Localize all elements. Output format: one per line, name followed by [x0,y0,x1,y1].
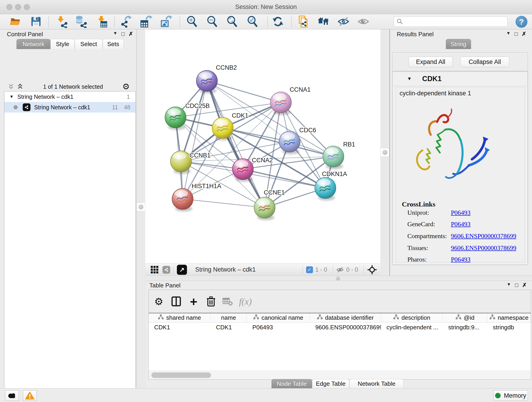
node-CDKN1A[interactable]: CDKN1A [315,171,347,201]
splitter-handle[interactable] [336,276,340,281]
genecard-link[interactable]: P06493 [451,220,471,228]
scrollbar-thumb[interactable] [152,372,211,378]
zoom-in-icon[interactable] [184,15,200,28]
node-CDC25B[interactable]: CDC25B [165,102,210,130]
node-CCNB1[interactable]: CCNB1 [171,151,210,174]
network-canvas[interactable]: CCNB2CCNA1CDC25BCDK1CDC6RB1CCNB1CCNA2CDK… [145,29,380,264]
first-neighbors-icon[interactable] [316,15,331,28]
cell-namespace[interactable]: stringdb [487,322,531,332]
tab-select[interactable]: Select [75,39,103,49]
import-network-database-icon[interactable] [74,15,89,28]
add-column-plus-icon[interactable]: + [186,294,201,309]
show-columns-icon[interactable] [169,294,184,309]
tab-node-table[interactable]: Node Table [272,379,312,388]
open-session-icon[interactable] [8,15,23,28]
string-network-graph[interactable]: CCNB2CCNA1CDC25BCDK1CDC6RB1CCNB1CCNA2CDK… [145,29,380,264]
panel-close-icon[interactable]: ✗ [520,31,528,37]
tab-network[interactable]: Network [17,39,51,49]
help-button[interactable]: ? [515,16,527,28]
horizontal-splitter[interactable] [145,275,532,281]
selected-checkbox-icon[interactable]: ✓ [306,266,313,273]
tissues-link[interactable]: 9606.ENSP00000378699 [451,244,516,252]
node-CCNA1[interactable]: CCNA1 [270,86,311,115]
export-table-icon[interactable] [138,15,153,28]
panel-collapse-icon[interactable]: ▼ [505,282,513,288]
compartments-link[interactable]: 9606.ENSP00000378699 [451,232,516,240]
table-row[interactable]: CDK1CDK1P064939606.ENSP00000378699cyclin… [149,322,531,332]
tab-edge-table[interactable]: Edge Table [312,379,349,388]
column-header-shared-name[interactable]: shared name [149,313,210,322]
node-CDK1[interactable]: CDK1 [212,112,248,140]
panel-close-icon[interactable]: ✗ [127,31,135,37]
panel-maximize-icon[interactable]: □ [119,31,127,37]
column-header-database-identifier[interactable]: database identifier [310,313,381,322]
search-input[interactable] [405,18,505,25]
view-grid-icon[interactable] [151,266,158,274]
detach-view-icon[interactable]: ↗ [177,265,187,275]
warnings-status-button[interactable] [23,390,37,401]
vertical-splitter-right[interactable] [380,29,389,275]
cloud-status-button[interactable] [5,390,19,401]
column-header-name[interactable]: name [210,313,247,322]
node-CCNB2[interactable]: CCNB2 [196,64,237,94]
node-HIST1H1A[interactable]: HIST1H1A [172,183,221,211]
node-CCNA2[interactable]: CCNA2 [232,157,273,182]
tab-style[interactable]: Style [51,39,75,49]
refresh-view-icon[interactable] [270,15,285,28]
uniprot-link[interactable]: P06493 [451,209,471,216]
horizontal-scrollbar[interactable] [149,370,531,379]
tab-network-table[interactable]: Network Table [349,379,404,388]
protein-card-header[interactable]: ▼ CDK1 [393,72,528,86]
cell-description[interactable]: cyclin-dependent ... [381,322,443,332]
edge-CCNB2-CCNA1[interactable] [207,81,281,102]
collapse-all-chevron-icon[interactable] [17,83,24,90]
birdseye-navigator-icon[interactable] [367,265,377,275]
protein-collapse-caret-icon[interactable]: ▼ [407,76,412,81]
tab-string-results[interactable]: String [446,39,471,49]
show-hidden-eye-icon[interactable] [356,15,371,28]
import-network-file-icon[interactable] [54,15,70,28]
export-image-icon[interactable] [158,15,173,28]
zoom-out-icon[interactable] [205,15,220,28]
cell-@id[interactable]: stringdb:9... [443,322,487,332]
cell-canonical-name[interactable]: P06493 [247,322,310,332]
hide-selected-eye-slash-icon[interactable] [336,15,351,28]
delete-column-trash-icon[interactable] [204,294,218,309]
panel-collapse-icon[interactable]: ▼ [505,31,512,37]
splitter-handle[interactable] [380,148,389,157]
vertical-splitter-left[interactable] [137,29,145,388]
string-view-badge-icon[interactable] [162,266,170,274]
tree-expand-caret-icon[interactable]: ▼ [9,94,14,99]
splitter-handle[interactable] [137,203,145,211]
cell-name[interactable]: CDK1 [210,322,247,332]
memory-status-button[interactable]: Memory [494,390,528,401]
import-table-file-icon[interactable] [95,15,110,28]
zoom-selected-icon[interactable] [245,15,260,28]
export-network-icon[interactable] [118,15,133,28]
column-header-canonical-name[interactable]: canonical name [247,313,310,322]
node-RB1[interactable]: RB1 [323,141,355,169]
expand-all-chevron-icon[interactable] [7,83,15,90]
zoom-fit-icon[interactable] [225,15,240,28]
network-row-selected[interactable]: String Network – cdk1 11 48 [4,102,135,113]
cell-shared-name[interactable]: CDK1 [149,322,210,332]
cell-database-identifier[interactable]: 9606.ENSP00000378699 [310,322,381,332]
panel-collapse-icon[interactable]: ▼ [111,31,119,37]
edge-CCNB2-HIST1H1A[interactable] [183,81,207,199]
panel-maximize-icon[interactable]: □ [513,282,520,288]
network-list-gear-icon[interactable]: ⚙ [122,82,130,91]
save-session-icon[interactable] [28,15,44,28]
edge-HIST1H1A-CCNE1[interactable] [183,199,265,208]
column-header-description[interactable]: description [381,313,443,322]
expand-all-button[interactable]: Expand All [409,57,453,67]
network-collection-row[interactable]: ▼ String Network – cdk1 1 [4,91,135,102]
pharos-link[interactable]: P06493 [451,256,471,263]
table-settings-gear-icon[interactable]: ⚙ [152,294,166,309]
tab-sets[interactable]: Sets [103,39,124,49]
column-header-namespace[interactable]: namespace [487,313,531,322]
string-import-icon[interactable] [295,15,310,28]
panel-close-icon[interactable]: ✗ [520,282,528,288]
panel-maximize-icon[interactable]: □ [512,31,520,37]
collapse-all-button[interactable]: Collapse All [460,57,509,67]
column-header-@id[interactable]: @id [443,313,487,322]
